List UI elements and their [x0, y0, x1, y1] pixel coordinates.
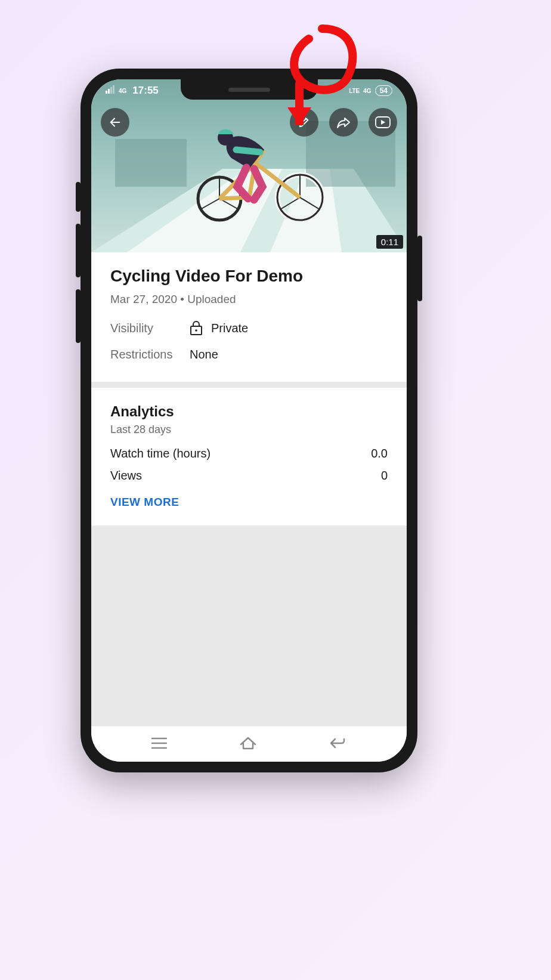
signal-label: 4G — [119, 88, 126, 94]
annotation-arrow — [280, 18, 364, 125]
stat-row-watch-time: Watch time (hours) 0.0 — [110, 447, 388, 460]
view-more-button[interactable]: VIEW MORE — [110, 496, 388, 509]
phone-screen: 4G 17:55 LTE 4G 54 — [91, 79, 407, 762]
youtube-button[interactable] — [369, 108, 397, 137]
svg-point-23 — [195, 329, 197, 332]
stat-label: Views — [110, 469, 142, 483]
stat-value: 0 — [381, 469, 388, 483]
stat-value: 0.0 — [371, 447, 388, 460]
restrictions-label: Restrictions — [110, 348, 173, 361]
empty-area — [91, 525, 407, 726]
svg-rect-2 — [108, 89, 110, 94]
phone-frame: 4G 17:55 LTE 4G 54 — [81, 69, 417, 772]
analytics-subheading: Last 28 days — [110, 423, 388, 436]
stat-label: Watch time (hours) — [110, 447, 211, 460]
recent-apps-button[interactable] — [151, 737, 168, 752]
svg-line-18 — [280, 197, 300, 209]
svg-rect-8 — [115, 139, 187, 187]
visibility-value: Private — [211, 321, 248, 335]
svg-line-17 — [300, 197, 320, 209]
youtube-play-icon — [375, 116, 391, 128]
analytics-panel: Analytics Last 28 days Watch time (hours… — [91, 388, 407, 525]
back-nav-button[interactable] — [329, 737, 347, 752]
visibility-row: Visibility Private — [110, 320, 388, 336]
svg-rect-3 — [110, 87, 112, 94]
svg-rect-1 — [106, 91, 107, 94]
svg-line-15 — [200, 199, 219, 209]
stat-row-views: Views 0 — [110, 469, 388, 483]
battery-indicator: 54 — [375, 85, 392, 96]
home-button[interactable] — [239, 736, 257, 753]
svg-rect-4 — [113, 85, 114, 94]
signal-right-label: 4G — [363, 88, 371, 94]
duration-badge: 0:11 — [376, 235, 403, 249]
visibility-label: Visibility — [110, 321, 173, 335]
analytics-heading: Analytics — [110, 403, 388, 420]
svg-marker-21 — [381, 120, 385, 125]
restrictions-value: None — [190, 348, 218, 361]
status-time: 17:55 — [132, 85, 158, 97]
back-button[interactable] — [101, 108, 129, 137]
lock-icon — [190, 320, 203, 336]
restrictions-row: Restrictions None — [110, 348, 388, 361]
video-meta: Mar 27, 2020 • Uploaded — [110, 293, 388, 306]
android-nav-bar — [91, 726, 407, 762]
back-arrow-icon — [109, 116, 122, 129]
svg-marker-0 — [287, 107, 311, 125]
signal-icon — [106, 85, 115, 97]
video-details-panel: Cycling Video For Demo Mar 27, 2020 • Up… — [91, 252, 407, 382]
video-title: Cycling Video For Demo — [110, 267, 388, 286]
section-divider — [91, 382, 407, 388]
